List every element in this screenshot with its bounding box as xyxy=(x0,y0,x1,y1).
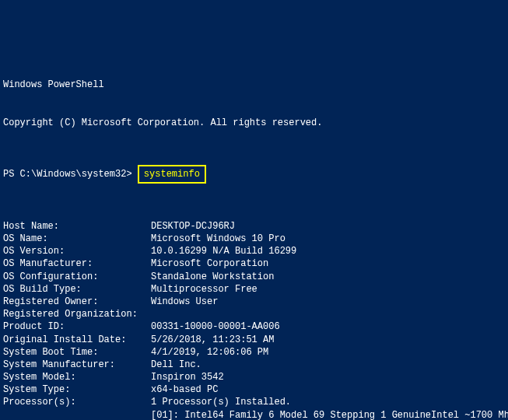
output-value: 1 Processor(s) Installed. xyxy=(151,397,291,408)
output-row: OS Build Type:Multiprocessor Free xyxy=(3,283,505,296)
output-row: Product ID:00331-10000-00001-AA006 xyxy=(3,320,505,333)
command-highlight: systeminfo xyxy=(138,165,206,184)
output-row: Host Name:DESKTOP-DCJ96RJ xyxy=(3,220,505,233)
output-row: Original Install Date:5/26/2018, 11:23:5… xyxy=(3,334,505,346)
output-label: OS Version: xyxy=(3,245,151,257)
output-label: OS Configuration: xyxy=(3,271,151,283)
output-label: OS Build Type: xyxy=(3,283,151,296)
output-row: System Model:Inspiron 3542 xyxy=(3,371,505,383)
systeminfo-output: Host Name:DESKTOP-DCJ96RJOS Name:Microso… xyxy=(3,220,505,420)
output-row: OS Configuration:Standalone Workstation xyxy=(3,271,505,283)
output-label: Product ID: xyxy=(3,320,151,333)
output-row: System Boot Time:4/1/2019, 12:06:06 PM xyxy=(3,346,505,359)
output-row: OS Name:Microsoft Windows 10 Pro xyxy=(3,233,505,245)
header-title: Windows PowerShell xyxy=(3,79,505,91)
output-value: Microsoft Corporation xyxy=(151,258,268,269)
output-label: System Manufacturer: xyxy=(3,359,151,371)
output-value: DESKTOP-DCJ96RJ xyxy=(151,221,235,232)
output-label: System Type: xyxy=(3,383,151,396)
output-row: System Type:x64-based PC xyxy=(3,383,505,396)
output-value: Microsoft Windows 10 Pro xyxy=(151,233,286,244)
prompt-line: PS C:\Windows\system32> systeminfo xyxy=(3,165,505,184)
output-value: 5/26/2018, 11:23:51 AM xyxy=(151,334,274,345)
output-label: Registered Owner: xyxy=(3,296,151,308)
output-label: System Model: xyxy=(3,371,151,383)
output-value: Dell Inc. xyxy=(151,359,201,370)
output-label: OS Name: xyxy=(3,233,151,245)
output-value: Windows User xyxy=(151,296,218,307)
output-value: x64-based PC xyxy=(151,384,218,395)
output-label: Host Name: xyxy=(3,220,151,233)
output-value: Multiprocessor Free xyxy=(151,284,258,295)
output-value: 4/1/2019, 12:06:06 PM xyxy=(151,347,268,358)
output-value: Standalone Workstation xyxy=(151,271,274,282)
output-row: Registered Owner:Windows User xyxy=(3,296,505,308)
prompt-path: PS C:\Windows\system32> xyxy=(3,169,138,180)
output-label: Registered Organization: xyxy=(3,308,151,320)
output-value: 00331-10000-00001-AA006 xyxy=(151,321,280,332)
output-row: Processor(s):1 Processor(s) Installed. xyxy=(3,396,505,408)
powershell-terminal[interactable]: Windows PowerShell Copyright (C) Microso… xyxy=(3,54,505,420)
output-label: Processor(s): xyxy=(3,396,151,408)
output-row: [01]: Intel64 Family 6 Model 69 Stepping… xyxy=(3,409,505,420)
output-value: Inspiron 3542 xyxy=(151,372,224,383)
output-row: Registered Organization: xyxy=(3,308,505,320)
output-label: System Boot Time: xyxy=(3,346,151,359)
output-value: 10.0.16299 N/A Build 16299 xyxy=(151,246,296,257)
header-copyright: Copyright (C) Microsoft Corporation. All… xyxy=(3,117,505,129)
output-row: OS Manufacturer:Microsoft Corporation xyxy=(3,257,505,270)
output-value: [01]: Intel64 Family 6 Model 69 Stepping… xyxy=(151,410,508,420)
output-row: OS Version:10.0.16299 N/A Build 16299 xyxy=(3,245,505,257)
output-label: OS Manufacturer: xyxy=(3,257,151,270)
output-label: Original Install Date: xyxy=(3,334,151,346)
output-row: System Manufacturer:Dell Inc. xyxy=(3,359,505,371)
